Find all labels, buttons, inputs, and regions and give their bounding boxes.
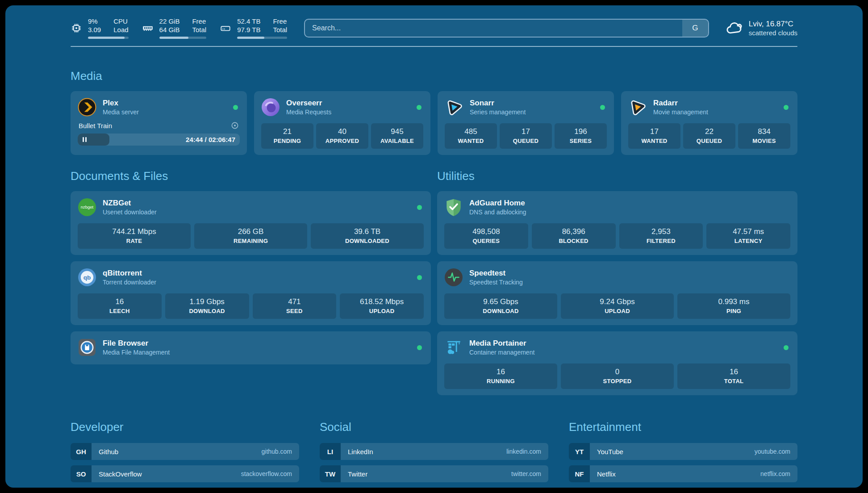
bookmark-abbr: GH [71, 443, 92, 460]
stat-upload: 618.52 Mbps UPLOAD [340, 293, 424, 319]
service-subtitle: Usenet downloader [103, 208, 411, 216]
stat-stopped: 0 STOPPED [561, 363, 674, 389]
status-dot [417, 345, 422, 350]
service-card-adguard[interactable]: AdGuard Home DNS and adblocking 498,508 … [437, 191, 797, 255]
hardware-stats: 9% CPU 3.09 Load [71, 17, 287, 39]
memory-free-value: 22 GiB [159, 17, 180, 25]
weather-location-temp: Lviv, 16.87°C [749, 19, 797, 29]
service-subtitle: Media server [103, 108, 227, 116]
bookmark-name: Netflix [597, 470, 616, 478]
bookmark-name: Twitter [348, 470, 367, 478]
section-title-documents: Documents & Files [71, 169, 431, 183]
status-dot [417, 205, 422, 210]
cpu-load-label: Load [113, 25, 128, 34]
overseerr-icon [261, 98, 280, 117]
service-subtitle: Media File Management [103, 348, 411, 356]
cloud-icon [726, 21, 743, 36]
documents-column: Documents & Files nzbget NZBGet Usenet d… [71, 169, 431, 395]
stat-approved: 40 APPROVED [316, 123, 368, 149]
stat-rate: 744.21 Mbps RATE [78, 223, 191, 249]
service-card-sonarr[interactable]: Sonarr Series management 485 WANTED 17 Q… [438, 91, 614, 155]
status-dot [784, 105, 789, 110]
stat-queued: 22 QUEUED [683, 123, 735, 149]
cpu-usage-label: CPU [113, 17, 128, 25]
memory-widget: 22 GiB Free 64 GiB Total [142, 17, 207, 39]
bookmark-abbr: SO [71, 465, 92, 482]
service-name: File Browser [103, 338, 411, 348]
service-subtitle: Torrent downloader [103, 278, 411, 286]
playback-time: 24:44 / 02:06:47 [186, 134, 235, 146]
bookmark-name: StackOverflow [99, 470, 142, 478]
stat-ping: 0.993 ms PING [677, 293, 790, 319]
stat-wanted: 485 WANTED [445, 123, 497, 149]
dashboard-content: 9% CPU 3.09 Load [5, 5, 863, 488]
bookmark-domain: github.com [262, 448, 292, 455]
service-subtitle: Container management [469, 348, 777, 356]
bookmark-domain: twitter.com [511, 470, 541, 477]
status-dot [417, 275, 422, 280]
memory-total-value: 64 GiB [159, 25, 180, 34]
service-card-radarr[interactable]: Radarr Movie management 17 WANTED 22 QUE… [621, 91, 797, 155]
svg-text:nzbget: nzbget [81, 205, 94, 209]
stat-running: 16 RUNNING [444, 363, 557, 389]
stat-series: 196 SERIES [555, 123, 607, 149]
service-name: Media Portainer [469, 338, 777, 348]
bookmark-domain: netflix.com [760, 470, 790, 477]
memory-total-label: Total [192, 25, 206, 34]
stat-leech: 16 LEECH [78, 293, 162, 319]
service-name: Speedtest [469, 268, 790, 278]
bookmark-domain: youtube.com [755, 448, 790, 455]
disk-widget: 52.4 TB Free 97.9 TB Total [220, 17, 287, 39]
stat-latency: 47.57 ms LATENCY [706, 223, 790, 249]
nzbget-icon: nzbget [78, 198, 96, 217]
bookmarks: Developer GH Github github.com SO StackO… [71, 420, 797, 488]
bookmark-linkedin[interactable]: LI LinkedIn linkedin.com [320, 443, 548, 460]
cpu-icon [71, 22, 82, 34]
radarr-icon [628, 98, 647, 117]
service-name: Radarr [653, 98, 777, 108]
now-playing-session-icon [231, 121, 239, 130]
service-card-plex[interactable]: Plex Media server Bullet Train [71, 91, 247, 155]
service-subtitle: Speedtest Tracking [469, 278, 790, 286]
service-card-overseerr[interactable]: Overseerr Media Requests 21 PENDING 40 A… [254, 91, 430, 155]
dashboard: 9% CPU 3.09 Load [5, 5, 863, 488]
stat-upload: 9.24 Gbps UPLOAD [561, 293, 674, 319]
sonarr-icon [445, 98, 463, 117]
bookmark-name: Github [99, 448, 118, 455]
bookmark-domain: linkedin.com [506, 448, 541, 455]
svg-text:qb: qb [83, 274, 91, 281]
media-grid: Plex Media server Bullet Train [71, 91, 797, 155]
bookmark-stackoverflow[interactable]: SO StackOverflow stackoverflow.com [71, 465, 299, 482]
playback-progress-bar[interactable]: 24:44 / 02:06:47 [78, 134, 240, 146]
bookmark-github[interactable]: GH Github github.com [71, 443, 299, 460]
cpu-usage-value: 9% [88, 17, 101, 25]
header-divider [71, 46, 797, 47]
memory-icon [142, 22, 154, 34]
service-card-speedtest[interactable]: Speedtest Speedtest Tracking 9.65 Gbps D… [437, 261, 797, 325]
search-provider-button[interactable]: G [682, 20, 708, 37]
stat-total: 16 TOTAL [677, 363, 790, 389]
status-dot [233, 105, 238, 110]
bookmark-twitter[interactable]: TW Twitter twitter.com [320, 465, 548, 482]
search-bar: G [304, 19, 709, 38]
bookmark-netflix[interactable]: NF Netflix netflix.com [569, 465, 797, 482]
utilities-column: Utilities AdGuard Home [437, 169, 797, 395]
service-card-portainer[interactable]: Media Portainer Container management 16 … [437, 331, 797, 395]
stat-queries: 498,508 QUERIES [444, 223, 528, 249]
disk-free-label: Free [273, 17, 287, 25]
plex-now-playing: Bullet Train 24:44 / 02:06:47 [78, 121, 240, 146]
service-name: Sonarr [470, 98, 594, 108]
service-name: AdGuard Home [469, 198, 790, 208]
service-card-nzbget[interactable]: nzbget NZBGet Usenet downloader 744.21 M… [71, 191, 431, 255]
weather-widget: Lviv, 16.87°C scattered clouds [726, 19, 797, 37]
stat-download: 1.19 Gbps DOWNLOAD [165, 293, 249, 319]
pause-icon[interactable] [83, 137, 84, 142]
service-subtitle: Media Requests [286, 108, 410, 116]
service-card-filebrowser[interactable]: File Browser Media File Management [71, 331, 431, 364]
search-input[interactable] [305, 20, 682, 37]
bookmark-abbr: NF [569, 465, 590, 482]
bookmark-youtube[interactable]: YT YouTube youtube.com [569, 443, 797, 460]
bookmark-name: LinkedIn [348, 448, 373, 455]
service-card-qbittorrent[interactable]: qb qBittorrent Torrent downloader 16 LEE… [71, 261, 431, 325]
memory-progress-bar [159, 37, 207, 39]
